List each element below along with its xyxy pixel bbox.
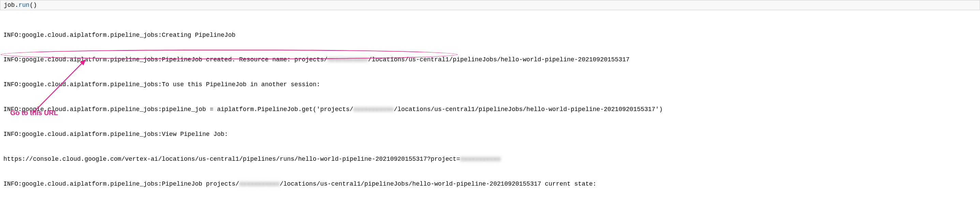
code-input-cell[interactable]: job.run() (0, 0, 980, 10)
redacted-text: xxxxxxxxxxx (460, 155, 501, 163)
log-text: /locations/us-central1/pipelineJobs/hell… (394, 106, 663, 113)
code-method: run (18, 2, 29, 8)
log-text: /locations/us-central1/pipelineJobs/hell… (280, 181, 597, 187)
code-parens: () (30, 2, 37, 8)
code-dot: . (15, 2, 18, 8)
code-output-cell: INFO:google.cloud.aiplatform.pipeline_jo… (0, 13, 980, 203)
redacted-text: xxxxxxxxxxx (353, 105, 394, 113)
log-line: INFO:google.cloud.aiplatform.pipeline_jo… (3, 180, 977, 188)
annotation-label: Go to this URL (10, 108, 58, 117)
log-line: INFO:google.cloud.aiplatform.pipeline_jo… (3, 80, 977, 89)
log-line: INFO:google.cloud.aiplatform.pipeline_jo… (3, 105, 977, 113)
log-url: https://console.cloud.google.com/vertex-… (3, 155, 460, 162)
log-text: INFO:google.cloud.aiplatform.pipeline_jo… (3, 56, 328, 63)
log-line: INFO:google.cloud.aiplatform.pipeline_jo… (3, 31, 977, 39)
redacted-text: xxxxxxxxxxx (328, 56, 368, 64)
code-line: job.run() (4, 2, 37, 8)
log-text: /locations/us-central1/pipelineJobs/hell… (368, 56, 630, 63)
log-text: INFO:google.cloud.aiplatform.pipeline_jo… (3, 181, 239, 187)
redacted-text: xxxxxxxxxxx (239, 180, 280, 188)
log-line: INFO:google.cloud.aiplatform.pipeline_jo… (3, 56, 977, 64)
log-line-url: https://console.cloud.google.com/vertex-… (3, 155, 977, 163)
log-line: INFO:google.cloud.aiplatform.pipeline_jo… (3, 130, 977, 138)
code-object: job (4, 2, 15, 8)
